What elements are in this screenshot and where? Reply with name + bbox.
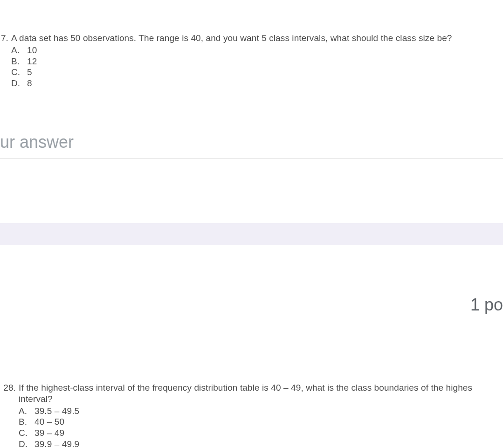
option-value: 5 (27, 67, 32, 78)
option-value: 40 – 50 (34, 416, 64, 427)
option-a: A. 39.5 – 49.5 (19, 406, 503, 417)
option-letter: A. (11, 45, 20, 56)
option-value: 8 (27, 78, 32, 89)
option-value: 12 (27, 56, 37, 67)
option-c: C. 39 – 49 (19, 427, 503, 439)
option-letter: B. (19, 416, 27, 427)
options-list: A. 10 B. 12 C. 5 D. 8 (11, 45, 503, 89)
option-d: D. 8 (11, 78, 503, 89)
option-c: C. 5 (11, 67, 503, 78)
option-value: 39.5 – 49.5 (34, 406, 79, 417)
option-letter: D. (11, 78, 20, 89)
option-value: 39.9 – 49.9 (34, 439, 79, 448)
option-d: D. 39.9 – 49.9 (19, 439, 503, 448)
question-text-line1: If the highest-class interval of the fre… (19, 382, 503, 393)
points-label: 1 po (470, 295, 503, 315)
option-a: A. 10 (11, 45, 503, 56)
section-divider (0, 223, 503, 245)
question-28-block: 28. If the highest-class interval of the… (19, 382, 503, 448)
question-number: 28. (3, 382, 19, 393)
option-b: B. 40 – 50 (19, 416, 503, 427)
option-letter: D. (19, 439, 27, 448)
question-text-line2: interval? (19, 393, 503, 405)
question-text: A data set has 50 observations. The rang… (11, 33, 503, 44)
option-letter: C. (19, 427, 27, 439)
question-number: 7. (1, 33, 11, 44)
option-b: B. 12 (11, 56, 503, 67)
options-list: A. 39.5 – 49.5 B. 40 – 50 C. 39 – 49 D. … (19, 406, 503, 448)
option-value: 10 (27, 45, 37, 56)
option-letter: B. (11, 56, 20, 67)
question-27-block: 7. A data set has 50 observations. The r… (11, 33, 503, 89)
option-letter: A. (19, 406, 27, 417)
option-value: 39 – 49 (34, 427, 64, 439)
option-letter: C. (11, 67, 20, 78)
answer-input-container (0, 130, 503, 159)
answer-input[interactable] (0, 130, 503, 159)
